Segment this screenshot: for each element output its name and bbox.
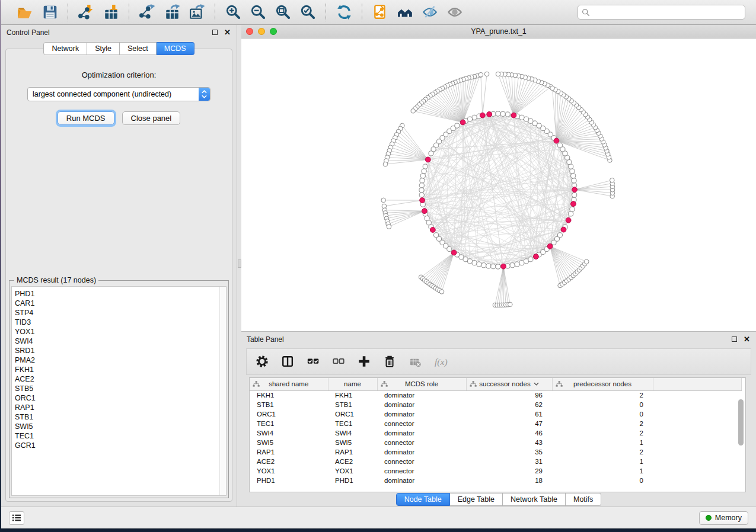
- cell[interactable]: dominator: [377, 428, 466, 438]
- cell[interactable]: TEC1: [250, 419, 328, 428]
- search-input[interactable]: [593, 8, 741, 17]
- cell[interactable]: ORC1: [328, 409, 377, 419]
- cell[interactable]: dominator: [377, 390, 466, 400]
- mcds-result-item[interactable]: TEC1: [15, 431, 219, 441]
- table-row[interactable]: ORC1ORC1dominator610: [250, 409, 742, 419]
- table-row[interactable]: YOX1YOX1connector291: [250, 466, 742, 476]
- export-table-button[interactable]: [162, 3, 181, 22]
- export-network-button[interactable]: [138, 3, 157, 22]
- mcds-result-item[interactable]: SWI4: [15, 336, 219, 346]
- table-row[interactable]: RAP1RAP1dominator352: [250, 447, 742, 457]
- cell[interactable]: SWI5: [328, 438, 377, 447]
- cell[interactable]: 2: [552, 428, 653, 438]
- cell[interactable]: PHD1: [328, 476, 377, 485]
- cell[interactable]: SWI5: [250, 438, 328, 447]
- hide-all-columns-button[interactable]: [330, 354, 347, 370]
- split-panel-button[interactable]: [279, 354, 296, 370]
- mcds-result-item[interactable]: STB1: [15, 412, 219, 422]
- save-session-button[interactable]: [40, 3, 59, 22]
- cell[interactable]: 62: [466, 400, 552, 409]
- column-settings-button[interactable]: [254, 354, 270, 370]
- tab-edge-table[interactable]: Edge Table: [450, 493, 503, 506]
- table-row[interactable]: TEC1TEC1connector472: [250, 419, 742, 428]
- cell[interactable]: ORC1: [250, 409, 328, 419]
- table-row[interactable]: PHD1PHD1dominator180: [250, 476, 742, 485]
- network-canvas[interactable]: [241, 39, 756, 331]
- cell[interactable]: 18: [466, 476, 552, 485]
- column-header-name[interactable]: name: [328, 378, 377, 390]
- cell[interactable]: STB1: [328, 400, 377, 409]
- column-header-shared-name[interactable]: shared name: [250, 378, 328, 390]
- cell[interactable]: TEC1: [328, 419, 377, 428]
- add-column-button[interactable]: [356, 354, 372, 370]
- tab-select[interactable]: Select: [120, 42, 157, 55]
- cell[interactable]: FKH1: [328, 390, 377, 400]
- import-network-button[interactable]: [76, 3, 95, 22]
- tab-motifs[interactable]: Motifs: [566, 493, 601, 506]
- close-panel-button[interactable]: Close panel: [122, 111, 181, 125]
- refresh-button[interactable]: [334, 3, 353, 22]
- float-panel-icon[interactable]: [211, 28, 219, 36]
- network-window-titlebar[interactable]: YPA_prune.txt_1: [241, 25, 756, 39]
- cell[interactable]: 96: [466, 390, 552, 400]
- open-file-button[interactable]: [15, 3, 34, 22]
- cell[interactable]: connector: [377, 457, 466, 466]
- tab-network[interactable]: Network: [43, 42, 87, 55]
- mcds-result-item[interactable]: STB5: [15, 384, 219, 393]
- hide-graphics-details-button[interactable]: [420, 3, 439, 22]
- optimization-dropdown[interactable]: largest connected component (undirected): [27, 87, 210, 101]
- cell[interactable]: 1: [552, 457, 653, 466]
- run-mcds-button[interactable]: Run MCDS: [58, 111, 114, 125]
- cell[interactable]: YOX1: [250, 466, 328, 476]
- cell[interactable]: PHD1: [250, 476, 328, 485]
- mcds-list-scrollbar[interactable]: [219, 287, 226, 495]
- cell[interactable]: 61: [466, 409, 552, 419]
- cell[interactable]: dominator: [377, 476, 466, 485]
- cell[interactable]: RAP1: [328, 447, 377, 457]
- cell[interactable]: connector: [377, 438, 466, 447]
- mcds-result-item[interactable]: STP4: [15, 308, 219, 318]
- float-table-panel-icon[interactable]: [731, 335, 738, 343]
- cell[interactable]: YOX1: [328, 466, 377, 476]
- table-row[interactable]: STB1STB1dominator620: [250, 400, 742, 409]
- mcds-result-item[interactable]: GCR1: [15, 441, 219, 450]
- cell[interactable]: SWI4: [250, 428, 328, 438]
- mcds-result-item[interactable]: SRD1: [15, 346, 219, 355]
- table-scrollbar[interactable]: [738, 392, 744, 489]
- cell[interactable]: ACE2: [250, 457, 328, 466]
- tab-style[interactable]: Style: [87, 42, 120, 55]
- table-row[interactable]: ACE2ACE2connector311: [250, 457, 742, 466]
- zoom-out-button[interactable]: [248, 3, 267, 22]
- cell[interactable]: 47: [466, 419, 552, 428]
- cell[interactable]: RAP1: [250, 447, 328, 457]
- search-box[interactable]: [578, 5, 745, 20]
- table-row[interactable]: SWI5SWI5connector431: [250, 438, 742, 447]
- table-row[interactable]: FKH1FKH1dominator962: [250, 390, 742, 400]
- mcds-result-item[interactable]: FKH1: [15, 365, 219, 374]
- close-table-panel-icon[interactable]: ✕: [743, 335, 751, 343]
- zoom-in-button[interactable]: [224, 3, 243, 22]
- memory-button[interactable]: Memory: [699, 511, 748, 525]
- delete-column-button[interactable]: [381, 354, 398, 370]
- cell[interactable]: ACE2: [328, 457, 377, 466]
- zoom-fit-button[interactable]: [273, 3, 292, 22]
- cell[interactable]: 0: [552, 476, 653, 485]
- cell[interactable]: 1: [552, 466, 653, 476]
- cell[interactable]: SWI4: [328, 428, 377, 438]
- close-panel-icon[interactable]: ✕: [224, 28, 231, 36]
- cell[interactable]: 29: [466, 466, 552, 476]
- table-row[interactable]: SWI4SWI4dominator462: [250, 428, 742, 438]
- column-header-successor-nodes[interactable]: successor nodes: [466, 378, 552, 390]
- cell[interactable]: 2: [552, 390, 653, 400]
- cell[interactable]: 1: [552, 438, 653, 447]
- cell[interactable]: connector: [377, 419, 466, 428]
- cell[interactable]: dominator: [377, 400, 466, 409]
- export-image-button[interactable]: [187, 3, 206, 22]
- mcds-result-item[interactable]: YOX1: [15, 327, 219, 336]
- cell[interactable]: 2: [552, 419, 653, 428]
- task-history-button[interactable]: [9, 511, 24, 525]
- cell[interactable]: 2: [552, 447, 653, 457]
- cell[interactable]: dominator: [377, 447, 466, 457]
- cell[interactable]: connector: [377, 466, 466, 476]
- cell[interactable]: 31: [466, 457, 552, 466]
